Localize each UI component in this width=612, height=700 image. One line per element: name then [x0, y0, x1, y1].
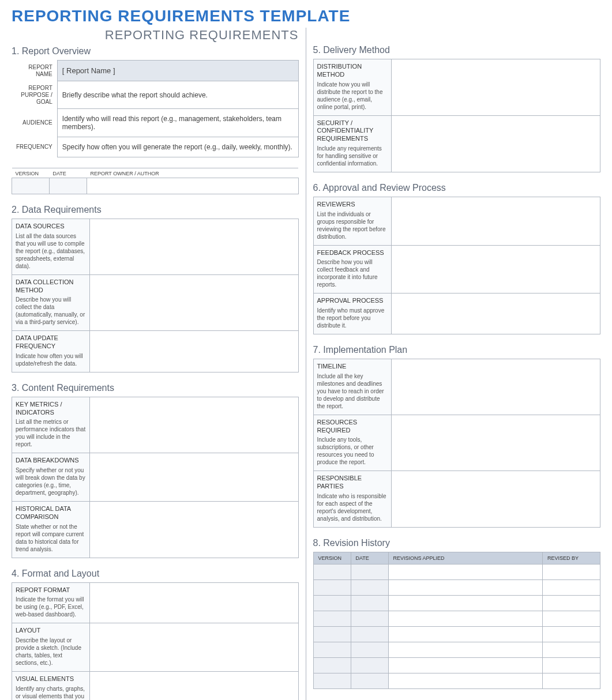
approval-review-table: REVIEWERSList the individuals or groups … — [313, 197, 601, 334]
field-heading: FEEDBACK PROCESS — [317, 249, 388, 257]
field-description: Indicate how you will distribute the rep… — [317, 81, 388, 111]
field-heading: VISUAL ELEMENTS — [16, 675, 86, 683]
rev-cell[interactable] — [388, 564, 543, 579]
section-desc-cell: LAYOUTDescribe the layout or provide a s… — [12, 623, 90, 672]
section-8-title: 8. Revision History — [313, 538, 601, 548]
rev-cell[interactable] — [313, 673, 351, 688]
report-purpose-field[interactable]: Briefly describe what the report should … — [57, 81, 298, 109]
input-cell[interactable] — [391, 197, 600, 245]
rev-cell[interactable] — [351, 564, 388, 579]
field-description: List all the data sources that you will … — [16, 232, 86, 270]
input-cell[interactable] — [391, 59, 600, 116]
section-desc-cell: DATA BREAKDOWNSSpecify whether or not yo… — [12, 453, 90, 502]
owner-cell[interactable] — [87, 178, 299, 194]
section-desc-cell: TIMELINEInclude all the key milestones a… — [313, 359, 391, 415]
rev-cell[interactable] — [351, 673, 388, 688]
rev-cell[interactable] — [313, 642, 351, 657]
rev-cell[interactable] — [313, 657, 351, 673]
field-description: Include any requirements for handling se… — [317, 145, 388, 167]
strip-header: REPORT OWNER / AUTHOR — [87, 168, 299, 178]
rev-cell[interactable] — [351, 626, 388, 642]
rev-cell[interactable] — [543, 626, 600, 642]
input-cell[interactable] — [90, 623, 299, 672]
field-heading: SECURITY / CONFIDENTIALITY REQUIREMENTS — [317, 119, 388, 143]
section-desc-cell: FEEDBACK PROCESSDescribe how you will co… — [313, 245, 391, 293]
input-cell[interactable] — [391, 471, 600, 528]
input-cell[interactable] — [90, 274, 299, 331]
rev-cell[interactable] — [313, 579, 351, 595]
rev-cell[interactable] — [388, 642, 543, 657]
field-description: Describe how you will collect the data (… — [16, 296, 86, 326]
rev-cell[interactable] — [313, 626, 351, 642]
rev-cell[interactable] — [543, 579, 600, 595]
rev-cell[interactable] — [388, 611, 543, 626]
section-1-title: 1. Report Overview — [12, 46, 299, 57]
field-heading: DATA COLLECTION METHOD — [16, 279, 86, 295]
section-desc-cell: DATA COLLECTION METHODDescribe how you w… — [12, 274, 90, 331]
rev-cell[interactable] — [351, 642, 388, 657]
section-desc-cell: DATA UPDATE FREQUENCYIndicate how often … — [12, 331, 90, 372]
report-name-field[interactable]: [ Report Name ] — [57, 61, 298, 81]
field-description: Specify whether or not you will break do… — [16, 466, 86, 496]
rev-cell[interactable] — [313, 564, 351, 579]
input-cell[interactable] — [90, 582, 299, 623]
left-column: REPORTING REQUIREMENTS 1. Report Overvie… — [12, 28, 306, 700]
rev-cell[interactable] — [388, 579, 543, 595]
input-cell[interactable] — [391, 115, 600, 172]
rev-cell[interactable] — [351, 579, 388, 595]
input-cell[interactable] — [391, 415, 600, 471]
rev-cell[interactable] — [351, 657, 388, 673]
input-cell[interactable] — [90, 502, 299, 558]
section-desc-cell: REPORT FORMATIndicate the format you wil… — [12, 582, 90, 623]
field-description: Describe how you will collect feedback a… — [317, 258, 388, 288]
overview-table: REPORT NAME [ Report Name ] REPORT PURPO… — [12, 60, 299, 157]
date-cell[interactable] — [50, 178, 87, 194]
overview-label: REPORT NAME — [12, 61, 57, 81]
input-cell[interactable] — [90, 672, 299, 701]
rev-cell[interactable] — [543, 642, 600, 657]
input-cell[interactable] — [90, 453, 299, 502]
revision-history-table: VERSION DATE REVISIONS APPLIED REVISED B… — [313, 552, 601, 689]
rev-cell[interactable] — [543, 564, 600, 579]
input-cell[interactable] — [90, 219, 299, 275]
input-cell[interactable] — [391, 359, 600, 415]
section-2-title: 2. Data Requirements — [12, 205, 299, 215]
version-cell[interactable] — [12, 178, 50, 194]
rev-header: REVISIONS APPLIED — [388, 552, 543, 564]
rev-cell[interactable] — [388, 657, 543, 673]
field-description: Include all the key milestones and deadl… — [317, 372, 388, 410]
field-description: Include any tools, subscriptions, or oth… — [317, 436, 388, 466]
rev-cell[interactable] — [543, 673, 600, 688]
rev-cell[interactable] — [543, 595, 600, 611]
section-desc-cell: HISTORICAL DATA COMPARISONState whether … — [12, 502, 90, 558]
frequency-field[interactable]: Specify how often you will generate the … — [57, 137, 298, 157]
rev-cell[interactable] — [351, 611, 388, 626]
field-description: Indicate the format you will be using (e… — [16, 596, 86, 618]
field-heading: RESPONSIBLE PARTIES — [317, 475, 388, 491]
input-cell[interactable] — [90, 397, 299, 453]
rev-cell[interactable] — [543, 657, 600, 673]
field-heading: HISTORICAL DATA COMPARISON — [16, 505, 86, 521]
rev-cell[interactable] — [313, 611, 351, 626]
rev-cell[interactable] — [543, 611, 600, 626]
rev-cell[interactable] — [313, 595, 351, 611]
input-cell[interactable] — [90, 331, 299, 372]
field-description: List the individuals or groups responsib… — [317, 210, 388, 240]
section-desc-cell: DATA SOURCESList all the data sources th… — [12, 219, 90, 275]
overview-label: FREQUENCY — [12, 137, 57, 157]
field-heading: TIMELINE — [317, 363, 388, 371]
section-desc-cell: REVIEWERSList the individuals or groups … — [313, 197, 391, 245]
section-desc-cell: RESPONSIBLE PARTIESIndicate who is respo… — [313, 471, 391, 528]
rev-header: REVISED BY — [543, 552, 600, 564]
rev-cell[interactable] — [388, 595, 543, 611]
implementation-plan-table: TIMELINEInclude all the key milestones a… — [313, 359, 601, 528]
audience-field[interactable]: Identify who will read this report (e.g.… — [57, 109, 298, 137]
input-cell[interactable] — [391, 245, 600, 293]
document-title: REPORTING REQUIREMENTS TEMPLATE — [12, 7, 600, 25]
rev-cell[interactable] — [351, 595, 388, 611]
rev-cell[interactable] — [388, 673, 543, 688]
input-cell[interactable] — [391, 293, 600, 334]
rev-cell[interactable] — [388, 626, 543, 642]
field-heading: REPORT FORMAT — [16, 586, 86, 594]
field-heading: REVIEWERS — [317, 201, 388, 209]
